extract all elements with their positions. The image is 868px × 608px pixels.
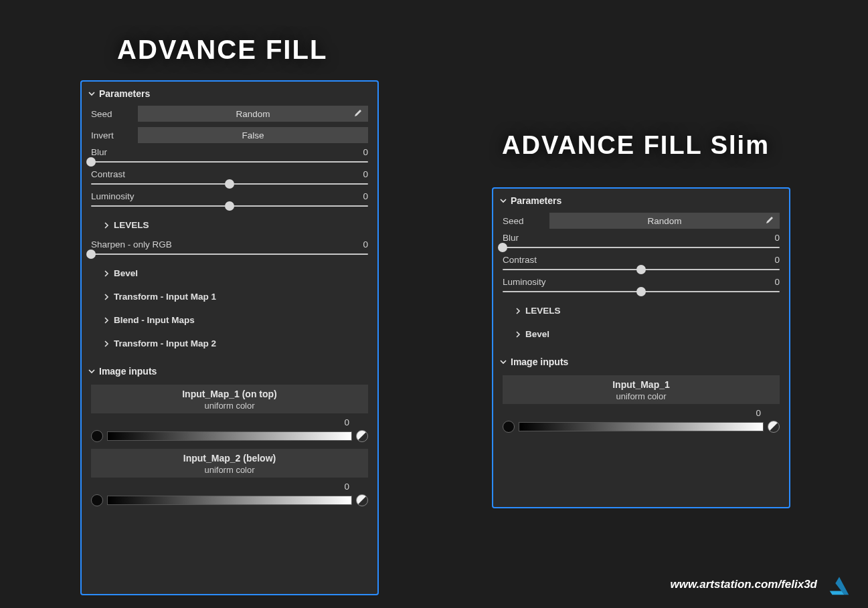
slider-blur[interactable]: Blur 0 bbox=[503, 233, 780, 248]
gradient-value: 0 bbox=[91, 482, 368, 492]
slider-label: Contrast bbox=[503, 255, 753, 265]
seed-label: Seed bbox=[91, 109, 138, 119]
chevron-down-icon bbox=[88, 90, 95, 97]
artstation-logo-icon bbox=[827, 572, 852, 597]
slider-track[interactable] bbox=[91, 161, 368, 163]
sub-label: LEVELS bbox=[525, 306, 561, 316]
section-label: Image inputs bbox=[99, 366, 157, 377]
slider-track[interactable] bbox=[503, 291, 780, 292]
footer: www.artstation.com/felix3d bbox=[671, 572, 852, 597]
sub-label: Transform - Input Map 2 bbox=[114, 338, 216, 348]
gradient-picker-icon[interactable] bbox=[356, 494, 368, 506]
seed-value: Random bbox=[647, 216, 681, 226]
section-parameters[interactable]: Parameters bbox=[82, 82, 377, 104]
input-map-sub: uniform color bbox=[91, 465, 368, 475]
slider-luminosity[interactable]: Luminosity 0 bbox=[503, 277, 780, 292]
slider-track[interactable] bbox=[91, 183, 368, 185]
slider-value: 0 bbox=[753, 277, 780, 287]
gradient-bar[interactable] bbox=[107, 496, 352, 505]
chevron-down-icon bbox=[88, 368, 95, 375]
slider-blur[interactable]: Blur 0 bbox=[91, 147, 368, 163]
input-map-1-gradient[interactable]: 0 bbox=[503, 408, 780, 433]
chevron-right-icon bbox=[103, 294, 110, 300]
slider-value: 0 bbox=[341, 147, 368, 157]
input-map-2-gradient[interactable]: 0 bbox=[91, 482, 368, 506]
section-image-inputs[interactable]: Image inputs bbox=[493, 350, 789, 373]
slider-value: 0 bbox=[341, 191, 368, 201]
slider-thumb[interactable] bbox=[636, 265, 646, 274]
input-map-1-gradient[interactable]: 0 bbox=[91, 417, 368, 442]
gradient-value: 0 bbox=[503, 408, 780, 418]
input-map-1-block[interactable]: Input_Map_1 uniform color bbox=[503, 375, 780, 404]
gradient-picker-icon[interactable] bbox=[768, 421, 780, 433]
footer-link[interactable]: www.artstation.com/felix3d bbox=[671, 578, 817, 591]
heading-right: ADVANCE FILL Slim bbox=[502, 131, 770, 160]
section-label: Image inputs bbox=[511, 357, 568, 367]
row-seed: Seed Random bbox=[503, 211, 780, 230]
slider-sharpen[interactable]: Sharpen - only RGB 0 bbox=[91, 239, 368, 255]
input-map-2-block[interactable]: Input_Map_2 (below) uniform color bbox=[91, 449, 368, 478]
slider-thumb[interactable] bbox=[498, 243, 507, 252]
slider-value: 0 bbox=[341, 169, 368, 179]
sub-transform1[interactable]: Transform - Input Map 1 bbox=[91, 285, 368, 308]
input-map-sub: uniform color bbox=[91, 401, 368, 411]
chevron-right-icon bbox=[103, 317, 110, 324]
seed-field[interactable]: Random bbox=[549, 213, 780, 229]
gradient-bar[interactable] bbox=[107, 431, 352, 441]
pencil-icon[interactable] bbox=[353, 108, 363, 120]
invert-label: Invert bbox=[91, 130, 138, 140]
gradient-start-icon[interactable] bbox=[91, 430, 103, 442]
chevron-down-icon bbox=[500, 359, 507, 365]
chevron-down-icon bbox=[500, 197, 507, 204]
input-map-1-block[interactable]: Input_Map_1 (on top) uniform color bbox=[91, 385, 368, 413]
sub-transform2[interactable]: Transform - Input Map 2 bbox=[91, 332, 368, 355]
seed-field[interactable]: Random bbox=[138, 106, 368, 122]
slider-thumb[interactable] bbox=[225, 201, 234, 211]
gradient-start-icon[interactable] bbox=[503, 421, 515, 433]
slider-label: Blur bbox=[91, 147, 341, 157]
pencil-icon[interactable] bbox=[765, 215, 774, 227]
slider-track[interactable] bbox=[503, 247, 780, 248]
gradient-bar[interactable] bbox=[519, 422, 764, 431]
slider-contrast[interactable]: Contrast 0 bbox=[91, 169, 368, 185]
sub-levels[interactable]: LEVELS bbox=[503, 299, 780, 322]
sub-label: Transform - Input Map 1 bbox=[114, 292, 216, 302]
chevron-right-icon bbox=[103, 340, 110, 347]
section-image-inputs[interactable]: Image inputs bbox=[82, 359, 377, 382]
slider-thumb[interactable] bbox=[225, 179, 234, 189]
slider-label: Contrast bbox=[91, 169, 341, 179]
slider-value: 0 bbox=[341, 239, 368, 249]
gradient-start-icon[interactable] bbox=[91, 494, 103, 506]
sub-bevel[interactable]: Bevel bbox=[91, 262, 368, 285]
slider-track[interactable] bbox=[91, 254, 368, 255]
slider-thumb[interactable] bbox=[86, 249, 96, 259]
sub-blend[interactable]: Blend - Input Maps bbox=[91, 308, 368, 332]
slider-track[interactable] bbox=[503, 269, 780, 270]
sub-label: Blend - Input Maps bbox=[114, 315, 195, 325]
sub-label: LEVELS bbox=[114, 220, 149, 230]
slider-thumb[interactable] bbox=[636, 287, 646, 296]
slider-track[interactable] bbox=[91, 205, 368, 207]
chevron-right-icon bbox=[103, 270, 110, 277]
invert-field[interactable]: False bbox=[138, 127, 368, 143]
sub-bevel[interactable]: Bevel bbox=[503, 322, 780, 346]
slider-luminosity[interactable]: Luminosity 0 bbox=[91, 191, 368, 207]
input-map-name: Input_Map_1 (on top) bbox=[91, 389, 368, 399]
row-seed: Seed Random bbox=[91, 104, 368, 123]
input-map-name: Input_Map_1 bbox=[503, 379, 780, 390]
slider-value: 0 bbox=[753, 233, 780, 243]
chevron-right-icon bbox=[515, 331, 521, 338]
slider-label: Blur bbox=[503, 233, 753, 243]
section-parameters[interactable]: Parameters bbox=[493, 189, 789, 211]
input-map-sub: uniform color bbox=[503, 391, 780, 401]
sub-levels[interactable]: LEVELS bbox=[91, 213, 368, 237]
input-map-name: Input_Map_2 (below) bbox=[91, 453, 368, 464]
gradient-value: 0 bbox=[91, 417, 368, 427]
gradient-picker-icon[interactable] bbox=[356, 430, 368, 442]
seed-label: Seed bbox=[503, 216, 549, 226]
seed-value: Random bbox=[236, 109, 270, 119]
slider-contrast[interactable]: Contrast 0 bbox=[503, 255, 780, 270]
slider-label: Sharpen - only RGB bbox=[91, 239, 341, 249]
slider-thumb[interactable] bbox=[86, 157, 96, 167]
panel-advance-fill-slim: Parameters Seed Random Blur 0 Contrast bbox=[492, 187, 790, 508]
